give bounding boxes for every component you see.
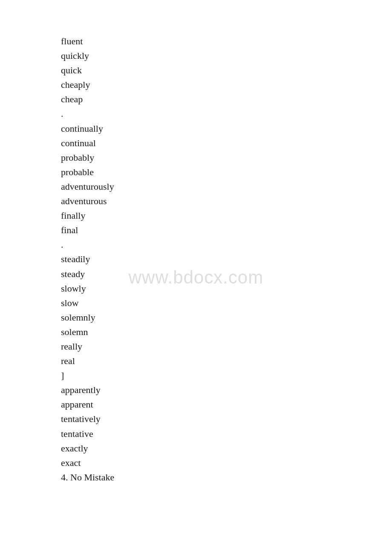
- word-item-cheaply: cheaply: [61, 78, 366, 92]
- word-item-solemnly: solemnly: [61, 310, 366, 325]
- content-area: fluentquicklyquickcheaplycheap.continual…: [0, 0, 392, 519]
- word-item-exactly: exactly: [61, 441, 366, 456]
- word-item-bracket: ]: [61, 368, 366, 383]
- word-item-probable: probable: [61, 165, 366, 179]
- word-item-dot1: .: [61, 107, 366, 121]
- word-item-exact: exact: [61, 456, 366, 470]
- word-item-continually: continually: [61, 121, 366, 136]
- word-item-quick: quick: [61, 63, 366, 78]
- word-item-cheap: cheap: [61, 92, 366, 107]
- word-item-tentatively: tentatively: [61, 412, 366, 426]
- word-item-steadily: steadily: [61, 252, 366, 266]
- word-item-really: really: [61, 339, 366, 354]
- word-item-solemn: solemn: [61, 325, 366, 339]
- word-item-apparently: apparently: [61, 383, 366, 397]
- word-item-probably: probably: [61, 150, 366, 165]
- word-item-continual: continual: [61, 136, 366, 150]
- word-item-slow: slow: [61, 296, 366, 310]
- word-item-apparent: apparent: [61, 397, 366, 412]
- word-item-fluent: fluent: [61, 34, 366, 49]
- word-item-adventurously: adventurously: [61, 179, 366, 194]
- word-item-real: real: [61, 354, 366, 368]
- word-item-quickly: quickly: [61, 49, 366, 63]
- word-item-dot2: .: [61, 237, 366, 252]
- word-item-steady: steady: [61, 267, 366, 281]
- word-item-final: final: [61, 223, 366, 237]
- word-item-finally: finally: [61, 208, 366, 223]
- word-item-slowly: slowly: [61, 281, 366, 296]
- word-item-no-mistake: 4. No Mistake: [61, 470, 366, 485]
- word-item-adventurous: adventurous: [61, 194, 366, 208]
- word-item-tentative: tentative: [61, 427, 366, 441]
